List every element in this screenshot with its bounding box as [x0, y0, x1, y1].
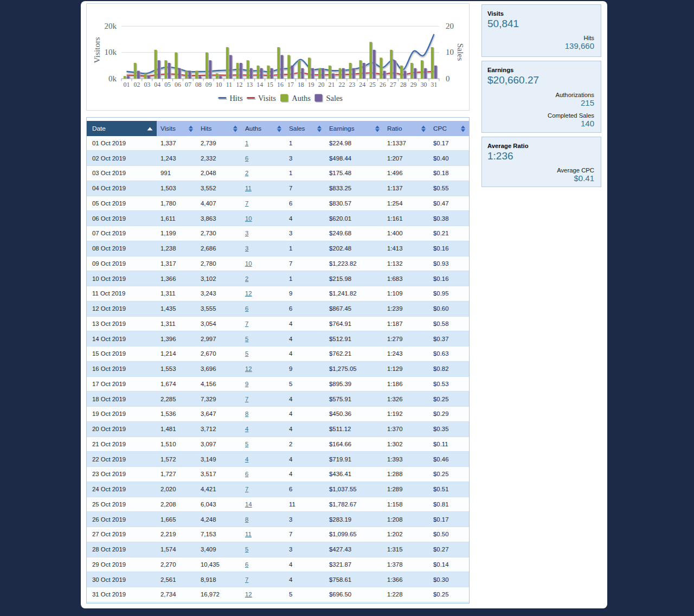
svg-text:Sales: Sales [456, 43, 465, 61]
svg-text:Visits: Visits [258, 94, 276, 102]
svg-text:Hits: Hits [229, 94, 243, 102]
svg-text:04: 04 [154, 81, 160, 88]
svg-text:06: 06 [175, 81, 181, 88]
svg-text:08: 08 [195, 81, 202, 88]
svg-text:30: 30 [421, 81, 427, 88]
svg-text:10: 10 [216, 81, 222, 88]
svg-text:07: 07 [185, 81, 191, 88]
svg-text:10k: 10k [105, 48, 117, 56]
svg-text:15: 15 [267, 81, 273, 88]
svg-text:27: 27 [390, 81, 396, 88]
svg-text:10: 10 [446, 48, 454, 56]
svg-text:16: 16 [277, 81, 284, 88]
svg-text:24: 24 [359, 81, 365, 88]
svg-text:Auths: Auths [292, 94, 311, 102]
svg-text:17: 17 [287, 81, 294, 88]
svg-text:18: 18 [298, 81, 304, 88]
svg-text:28: 28 [400, 81, 407, 88]
svg-text:13: 13 [246, 81, 253, 88]
svg-text:31: 31 [431, 81, 438, 88]
svg-text:25: 25 [369, 81, 376, 88]
svg-text:20k: 20k [105, 22, 117, 30]
svg-text:22: 22 [339, 81, 345, 88]
svg-text:29: 29 [410, 81, 417, 88]
svg-text:12: 12 [236, 81, 243, 88]
svg-text:02: 02 [134, 81, 140, 88]
svg-text:09: 09 [205, 81, 212, 88]
svg-text:Visitors: Visitors [92, 37, 101, 63]
svg-text:05: 05 [164, 81, 171, 88]
svg-text:26: 26 [380, 81, 386, 88]
svg-text:0: 0 [446, 74, 450, 83]
svg-text:01: 01 [124, 81, 130, 88]
svg-text:20: 20 [446, 22, 454, 30]
svg-text:21: 21 [329, 81, 335, 88]
svg-text:23: 23 [349, 81, 355, 88]
svg-text:14: 14 [256, 81, 263, 88]
svg-text:03: 03 [144, 81, 150, 88]
svg-text:0k: 0k [108, 74, 117, 83]
svg-text:19: 19 [308, 81, 314, 88]
svg-text:11: 11 [226, 81, 232, 88]
svg-text:Sales: Sales [326, 94, 343, 102]
svg-text:20: 20 [318, 81, 325, 88]
